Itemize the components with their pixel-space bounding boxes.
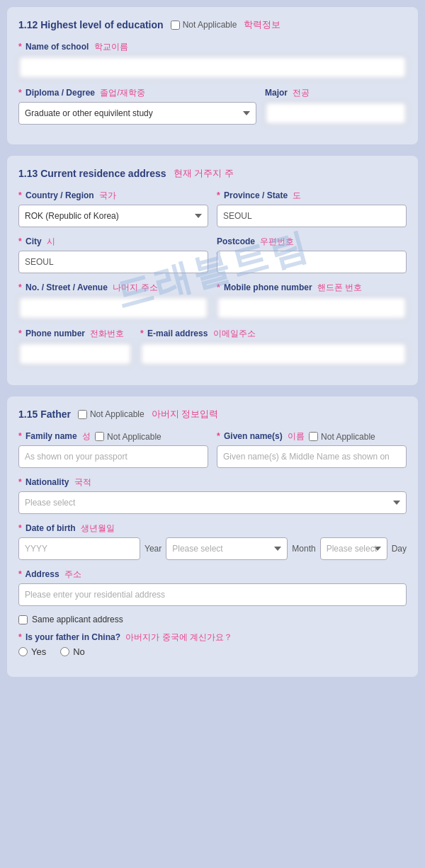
section-115-korean: 아버지 정보입력 xyxy=(152,408,219,421)
dob-year-input[interactable] xyxy=(18,537,140,560)
street-input[interactable] xyxy=(18,297,208,319)
address-input[interactable] xyxy=(18,583,407,606)
postcode-input[interactable] xyxy=(217,251,407,273)
same-address-checkbox[interactable] xyxy=(18,615,28,624)
diploma-row: * Diploma / Degree 졸업/재학중 Graduate or ot… xyxy=(18,87,407,125)
same-address-row: Same applicant address xyxy=(18,615,407,624)
street-group: * No. / Street / Avenue 나머지 주소 xyxy=(18,282,208,319)
mobile-group: * Mobile phone number 핸드폰 번호 xyxy=(217,282,407,319)
phone-email-row: * Phone number 전화번호 * E-mail address 이메일… xyxy=(18,328,407,365)
email-input[interactable] xyxy=(140,343,407,365)
not-applicable-112[interactable]: Not Applicable xyxy=(171,20,237,30)
school-input[interactable] xyxy=(18,56,407,79)
school-label: * Name of school 학교이름 xyxy=(18,41,407,53)
dob-month-select[interactable]: Please select JanFebMarApr MayJunJulAug … xyxy=(166,537,288,560)
nationality-label: * Nationality 국적 xyxy=(18,476,407,489)
no-radio[interactable] xyxy=(60,647,69,656)
family-name-group: * Family name 성 Not Applicable xyxy=(18,430,208,468)
given-not-applicable[interactable]: Not Applicable xyxy=(309,432,375,442)
given-name-label: * Given name(s) 이름 xyxy=(217,430,305,442)
major-group: Major 전공 xyxy=(265,87,407,125)
yes-option[interactable]: Yes xyxy=(18,646,46,657)
diploma-select[interactable]: Graduate or other equivilent study Bache… xyxy=(18,102,256,125)
address-group: * Address 주소 xyxy=(18,569,407,606)
given-name-group: * Given name(s) 이름 Not Applicable xyxy=(217,430,407,468)
city-postcode-row: * City 시 Postcode 우편번호 xyxy=(18,236,407,273)
country-group: * Country / Region 국가 ROK (Republic of K… xyxy=(18,190,208,227)
school-group: * Name of school 학교이름 xyxy=(18,41,407,79)
mobile-input[interactable] xyxy=(217,297,407,319)
city-input[interactable] xyxy=(18,251,208,273)
yes-radio[interactable] xyxy=(18,647,28,656)
section-113-title: 1.13 Current residence address xyxy=(18,168,166,179)
section-113-korean: 현재 거주지 주 xyxy=(174,167,234,180)
postcode-group: Postcode 우편번호 xyxy=(217,236,407,273)
country-province-row: * Country / Region 국가 ROK (Republic of K… xyxy=(18,190,407,227)
section-115-title: 1.15 Father xyxy=(18,409,71,420)
given-not-applicable-checkbox[interactable] xyxy=(309,432,318,441)
address-label: * Address 주소 xyxy=(18,569,407,581)
section-112-korean: 학력정보 xyxy=(244,18,280,31)
major-label: Major 전공 xyxy=(265,87,407,99)
china-question-row: * Is your father in China? 아버지가 중국에 계신가요… xyxy=(18,632,407,657)
yes-label: Yes xyxy=(31,646,46,657)
family-name-label: * Family name 성 xyxy=(18,430,91,442)
family-not-applicable[interactable]: Not Applicable xyxy=(95,432,162,442)
section-115: 1.15 Father Not Applicable 아버지 정보입력 * Fa… xyxy=(7,396,418,677)
street-mobile-row: * No. / Street / Avenue 나머지 주소 * Mobile … xyxy=(18,282,407,319)
nationality-group: * Nationality 국적 Please select xyxy=(18,476,407,514)
section-112-title: 1.12 Highest level of education xyxy=(18,19,164,30)
china-radio-row: Yes No xyxy=(18,646,407,657)
phone-label: * Phone number 전화번호 xyxy=(18,328,132,340)
address-row: * Address 주소 xyxy=(18,569,407,606)
day-label: Day xyxy=(392,544,407,554)
month-label: Month xyxy=(292,544,315,554)
school-row: * Name of school 학교이름 xyxy=(18,41,407,79)
given-name-input[interactable] xyxy=(217,445,407,468)
city-label: * City 시 xyxy=(18,236,208,248)
major-input[interactable] xyxy=(265,102,407,125)
dob-label: * Date of birth 생년월일 xyxy=(18,522,407,535)
family-name-input[interactable] xyxy=(18,445,208,468)
nationality-row: * Nationality 국적 Please select xyxy=(18,476,407,514)
section-112: 1.12 Highest level of education Not Appl… xyxy=(7,7,418,144)
name-row: * Family name 성 Not Applicable * Given n… xyxy=(18,430,407,468)
family-name-label-row: * Family name 성 Not Applicable xyxy=(18,430,208,442)
nationality-select[interactable]: Please select xyxy=(18,491,407,514)
no-option[interactable]: No xyxy=(60,646,85,657)
dob-inputs: Year Please select JanFebMarApr MayJunJu… xyxy=(18,537,407,560)
province-label: * Province / State 도 xyxy=(217,190,407,202)
section-115-header: 1.15 Father Not Applicable 아버지 정보입력 xyxy=(18,408,407,421)
dob-group: * Date of birth 생년월일 Year Please select … xyxy=(18,522,407,560)
section-113: 드래블트림 1.13 Current residence address 현재 … xyxy=(7,156,418,385)
family-not-applicable-checkbox[interactable] xyxy=(95,432,104,441)
no-label: No xyxy=(73,646,85,657)
year-label: Year xyxy=(144,544,162,554)
section-112-header: 1.12 Highest level of education Not Appl… xyxy=(18,18,407,31)
not-applicable-115-checkbox[interactable] xyxy=(78,410,87,419)
mobile-label: * Mobile phone number 핸드폰 번호 xyxy=(217,282,407,294)
china-question-group: * Is your father in China? 아버지가 중국에 계신가요… xyxy=(18,632,407,657)
email-label: * E-mail address 이메일주소 xyxy=(140,328,407,340)
diploma-label: * Diploma / Degree 졸업/재학중 xyxy=(18,87,256,99)
city-group: * City 시 xyxy=(18,236,208,273)
country-select[interactable]: ROK (Republic of Korea) xyxy=(18,205,208,227)
phone-input[interactable] xyxy=(18,343,132,365)
given-name-label-row: * Given name(s) 이름 Not Applicable xyxy=(217,430,407,442)
section-113-header: 1.13 Current residence address 현재 거주지 주 xyxy=(18,167,407,180)
same-address-label: Same applicant address xyxy=(32,615,123,624)
street-label: * No. / Street / Avenue 나머지 주소 xyxy=(18,282,208,294)
province-group: * Province / State 도 xyxy=(217,190,407,227)
diploma-group: * Diploma / Degree 졸업/재학중 Graduate or ot… xyxy=(18,87,256,125)
china-question-label: * Is your father in China? 아버지가 중국에 계신가요… xyxy=(18,632,407,644)
dob-day-select[interactable]: Please select xyxy=(320,537,387,560)
province-input[interactable] xyxy=(217,205,407,227)
not-applicable-115[interactable]: Not Applicable xyxy=(78,409,144,419)
not-applicable-112-checkbox[interactable] xyxy=(171,21,180,30)
postcode-label: Postcode 우편번호 xyxy=(217,236,407,248)
dob-row-container: * Date of birth 생년월일 Year Please select … xyxy=(18,522,407,560)
country-label: * Country / Region 국가 xyxy=(18,190,208,202)
email-group: * E-mail address 이메일주소 xyxy=(140,328,407,365)
phone-group: * Phone number 전화번호 xyxy=(18,328,132,365)
